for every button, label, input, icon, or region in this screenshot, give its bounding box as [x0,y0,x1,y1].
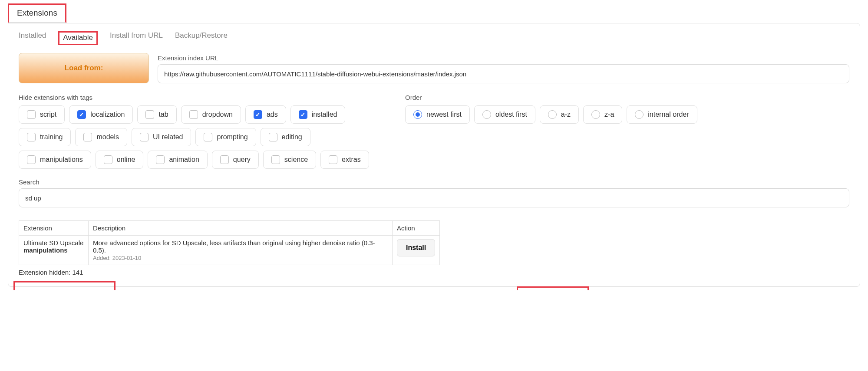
order-label: newest first [426,111,462,118]
ext-name: Ultimate SD Upscale [23,239,84,246]
tag-tab[interactable]: tab [137,105,176,124]
radio-icon [591,110,600,119]
desc-cell: More advanced options for SD Upscale, le… [89,236,393,265]
checkbox-icon [204,133,212,141]
checkbox-icon [145,110,154,119]
tag-label: localization [90,111,125,118]
tag-label: UI related [153,133,183,141]
tag-ads[interactable]: ads [245,105,286,124]
order-label: Order [405,94,849,101]
tag-science[interactable]: science [263,151,316,169]
extension-hidden-count: Extension hidden: 141 [19,269,849,276]
search-input[interactable] [19,188,849,207]
tag-label: training [40,133,63,141]
tag-label: models [96,133,119,141]
tag-query[interactable]: query [212,151,259,169]
ext-description: More advanced options for SD Upscale, le… [93,239,388,254]
checkbox-icon [27,133,36,141]
order-label: internal order [648,111,689,118]
tag-editing[interactable]: editing [261,128,310,146]
index-url-input[interactable] [158,64,849,83]
order-oldest-first[interactable]: oldest first [474,105,535,124]
tag-label: online [117,156,135,164]
th-action: Action [393,221,440,236]
checkbox-icon [77,110,86,119]
checkbox-icon [329,155,337,164]
tag-label: animation [169,156,199,164]
tag-prompting[interactable]: prompting [195,128,256,146]
hide-tags-label: Hide extensions with tags [19,94,383,101]
checkbox-icon [156,155,165,164]
radio-icon [635,110,644,119]
tag-UI-related[interactable]: UI related [132,128,191,146]
checkbox-icon [104,155,112,164]
checkbox-icon [189,110,198,119]
tag-manipulations[interactable]: manipulations [19,151,91,169]
tag-label: ads [267,111,278,118]
subtab-installed[interactable]: Installed [19,31,46,45]
tag-label: editing [282,133,302,141]
install-button[interactable]: Install [397,239,435,256]
checkbox-icon [269,133,277,141]
tag-animation[interactable]: animation [148,151,207,169]
checkbox-icon [27,155,36,164]
th-description: Description [89,221,393,236]
checkbox-icon [220,155,229,164]
order-internal-order[interactable]: internal order [627,105,697,124]
order-a-z[interactable]: a-z [540,105,579,124]
highlight-install-button [517,286,589,290]
checkbox-icon [271,155,280,164]
table-row: Ultimate SD UpscalemanipulationsMore adv… [19,236,440,265]
th-extension: Extension [19,221,89,236]
order-label: a-z [561,111,571,118]
tag-label: prompting [217,133,248,141]
tag-script[interactable]: script [19,105,65,124]
tag-label: installed [312,111,337,118]
ext-cell: Ultimate SD Upscalemanipulations [19,236,89,265]
checkbox-icon [254,110,262,119]
load-from-button[interactable]: Load from: [19,53,149,83]
tag-installed[interactable]: installed [290,105,346,124]
tag-label: manipulations [40,156,83,164]
checkbox-icon [27,110,36,119]
ext-added-date: Added: 2023-01-10 [93,255,388,261]
subtab-install-from-url[interactable]: Install from URL [110,31,163,45]
tag-label: science [284,156,308,164]
checkbox-icon [83,133,92,141]
tag-online[interactable]: online [96,151,144,169]
subtab-backup-restore[interactable]: Backup/Restore [175,31,228,45]
tag-localization[interactable]: localization [69,105,133,124]
tag-label: query [233,156,251,164]
order-z-a[interactable]: z-a [583,105,622,124]
order-newest-first[interactable]: newest first [405,105,470,124]
tag-dropdown[interactable]: dropdown [181,105,241,124]
radio-icon [482,110,491,119]
radio-icon [413,110,422,119]
search-label: Search [19,178,849,186]
index-url-label: Extension index URL [158,54,849,62]
subtab-available[interactable]: Available [58,31,98,45]
tag-training[interactable]: training [19,128,71,146]
checkbox-icon [299,110,307,119]
tag-label: extras [342,156,361,164]
tag-label: tab [158,111,168,118]
tag-label: script [40,111,56,118]
tag-label: dropdown [202,111,233,118]
tag-models[interactable]: models [75,128,127,146]
action-cell: Install [393,236,440,265]
tag-extras[interactable]: extras [320,151,369,169]
order-label: z-a [604,111,614,118]
checkbox-icon [140,133,149,141]
tab-extensions[interactable]: Extensions [8,3,66,23]
order-label: oldest first [495,111,527,118]
ext-tag: manipulations [23,246,68,254]
radio-icon [548,110,557,119]
